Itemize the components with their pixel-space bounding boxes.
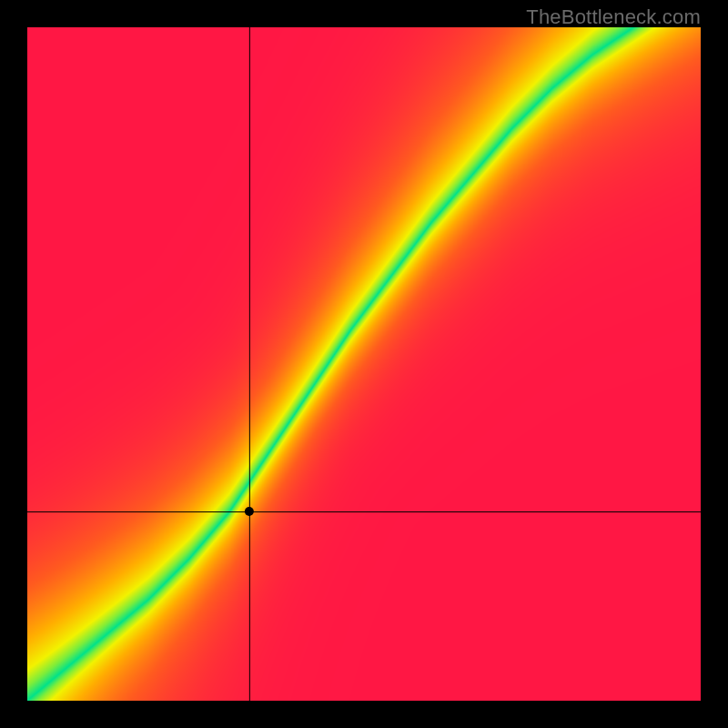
heatmap-plot <box>27 27 701 701</box>
heatmap-canvas <box>27 27 701 701</box>
watermark-text: TheBottleneck.com <box>526 5 701 29</box>
